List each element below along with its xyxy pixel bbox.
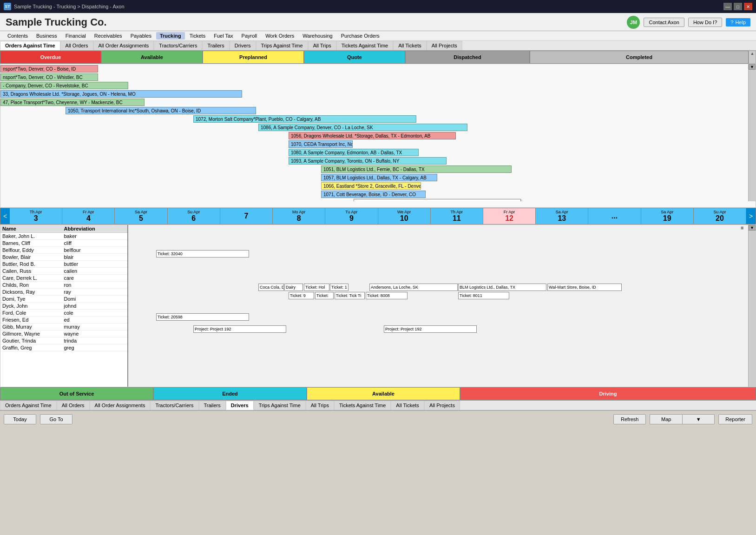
menu-financial[interactable]: Financial (62, 32, 90, 40)
ticket-bar-andersons[interactable]: Andersons, La Loche, SK (369, 284, 458, 291)
ticket-bar-1[interactable]: Ticket: 1 (330, 284, 348, 291)
go-to-button[interactable]: Go To (40, 414, 72, 424)
order-bar-4[interactable]: 33, Dragons Wholesale Ltd. *Storage, Jog… (0, 90, 242, 98)
bottom-tab-tractors-carriers[interactable]: Tractors/Carriers (150, 401, 198, 410)
bottom-tab-drivers[interactable]: Drivers (226, 401, 254, 410)
refresh-button[interactable]: Refresh (613, 414, 646, 424)
map-button[interactable]: Map (650, 414, 682, 424)
order-bar-2[interactable]: nsport*Two, Denver, CO - Whistler, BC (0, 73, 98, 81)
driver-row-gibb[interactable]: Gibb, Murraymurray (0, 324, 127, 330)
order-bar-12[interactable]: 1093, A Sample Company, Toronto, ON - Bu… (289, 157, 447, 165)
bottom-tab-all-orders[interactable]: All Orders (57, 401, 90, 410)
help-button[interactable]: ? Help (726, 18, 750, 26)
tab-tickets-against-time[interactable]: Tickets Against Time (336, 41, 393, 50)
tab-orders-against-time[interactable]: Orders Against Time (0, 41, 60, 50)
driver-row-care[interactable]: Care, Derrek L.care (0, 275, 127, 282)
scroll-down-button[interactable]: ▼ (749, 64, 756, 70)
order-bar-10[interactable]: 1070, CEDA Transport Inc, North, Boise, … (289, 140, 353, 148)
bottom-tab-all-projects[interactable]: All Projects (424, 401, 460, 410)
order-bar-5[interactable]: 47, Place Transport*Two, Cheyenne, WY - … (0, 99, 145, 106)
scroll-up-button[interactable]: ▲ (750, 51, 755, 56)
tab-trips-against-time[interactable]: Trips Against Time (256, 41, 308, 50)
driver-scroll-down[interactable]: ▼ (749, 225, 756, 231)
minimize-button[interactable]: — (723, 3, 732, 10)
driver-row-dyck[interactable]: Dyck, Johnjohnd (0, 303, 127, 310)
menu-business[interactable]: Business (33, 32, 61, 40)
order-bar-16[interactable]: 1071, Cott Beverage, Boise, ID - Denver,… (321, 191, 426, 198)
driver-row-ford[interactable]: Ford, Colecole (0, 310, 127, 317)
map-dropdown-button[interactable]: ▼ (682, 414, 715, 424)
timeline-prev-button[interactable]: < (0, 208, 10, 224)
ticket-bar-8011[interactable]: Ticket: 8011 (458, 292, 509, 299)
filter-icon[interactable]: ≡ (741, 225, 747, 231)
driver-row-baker[interactable]: Baker, John L.baker (0, 233, 127, 240)
ticket-bar-empty[interactable]: Ticket: (315, 292, 334, 299)
bottom-tab-all-tickets[interactable]: All Tickets (391, 401, 424, 410)
bottom-tab-trailers[interactable]: Trailers (199, 401, 226, 410)
menu-purchase-orders[interactable]: Purchase Orders (337, 32, 383, 40)
timeline-next-button[interactable]: > (746, 208, 756, 224)
bottom-tab-tickets-against-time[interactable]: Tickets Against Time (334, 401, 391, 410)
close-button[interactable]: ✕ (744, 3, 752, 10)
ticket-bar-walmart[interactable]: Wal-Mart Store, Boise, ID (547, 284, 622, 291)
ticket-bar-coca-cola[interactable]: Coca Cola, D (258, 284, 284, 291)
ticket-bar-9[interactable]: Ticket: 9 (289, 292, 314, 299)
bottom-tab-all-order-assignments[interactable]: All Order Assignments (90, 401, 151, 410)
order-bar-13[interactable]: 1051, BLM Logistics Ltd., Fernie, BC - D… (321, 165, 512, 173)
bottom-tab-orders-against-time[interactable]: Orders Against Time (0, 401, 57, 410)
menu-receivables[interactable]: Receivables (91, 32, 126, 40)
driver-row-belflour[interactable]: Belflour, Eddybelflour (0, 247, 127, 254)
tab-drivers[interactable]: Drivers (230, 41, 256, 50)
how-do-i-button[interactable]: How Do I? (688, 18, 722, 27)
order-bar-7[interactable]: 1072, Morton Salt Company*Plant, Pueblo,… (193, 115, 416, 123)
ticket-bar-project-192-2[interactable]: Project: Project 192 (384, 325, 477, 333)
bottom-tab-all-trips[interactable]: All Trips (306, 401, 334, 410)
driver-row-friesen[interactable]: Friesen, Eded (0, 317, 127, 324)
ticket-bar-project-192-1[interactable]: Project: Project 192 (193, 325, 286, 333)
order-bar-1[interactable]: nsport*Two, Denver, CO - Boise, ID (0, 65, 98, 73)
menu-work-orders[interactable]: Work Orders (262, 32, 298, 40)
today-button[interactable]: Today (4, 414, 36, 424)
menu-warehousing[interactable]: Warehousing (299, 32, 336, 40)
ticket-bar-hol[interactable]: Ticket: Hol (304, 284, 329, 291)
ticket-bar-32040[interactable]: Ticket: 32040 (156, 250, 249, 258)
ticket-bar-blm[interactable]: BLM Logistics Ltd., Dallas, TX (458, 284, 546, 291)
gantt-scrollbar[interactable]: ▼ (748, 64, 756, 201)
tab-all-trips[interactable]: All Trips (308, 41, 336, 50)
ticket-bar-dairy[interactable]: Dairy (284, 284, 303, 291)
ticket-bar-tick-ti[interactable]: Ticket: Tick Ti (335, 292, 365, 299)
ticket-bar-8008[interactable]: Ticket: 8008 (366, 292, 408, 299)
menu-trucking[interactable]: Trucking (156, 32, 185, 40)
driver-row-buttler[interactable]: Buttler, Rod B.buttler (0, 261, 127, 268)
bottom-tab-trips-against-time[interactable]: Trips Against Time (254, 401, 306, 410)
contact-axon-button[interactable]: Contact Axon (644, 18, 684, 27)
ticket-bar-20598[interactable]: Ticket: 20598 (156, 313, 249, 321)
order-bar-14[interactable]: 1057, BLM Logistics Ltd., Dallas, TX - C… (321, 174, 437, 181)
tab-tractors-carriers[interactable]: Tractors/Carriers (154, 41, 202, 50)
driver-row-domi[interactable]: Domi, TyeDomi (0, 296, 127, 303)
menu-contents[interactable]: Contents (4, 32, 32, 40)
menu-tickets[interactable]: Tickets (186, 32, 209, 40)
driver-row-barnes[interactable]: Barnes, Cliffcliff (0, 240, 127, 247)
driver-row-graffin[interactable]: Graffin, Greggreg (0, 344, 127, 351)
menu-fuel-tax[interactable]: Fuel Tax (210, 32, 237, 40)
driver-row-dicksons[interactable]: Dicksons, Rayray (0, 289, 127, 296)
order-bar-8[interactable]: 1086, A Sample Company, Denver, CO - La … (258, 124, 467, 131)
driver-row-gillmore[interactable]: Gillmore, Waynewayne (0, 330, 127, 337)
tab-all-projects[interactable]: All Projects (427, 41, 462, 50)
menu-payables[interactable]: Payables (127, 32, 155, 40)
maximize-button[interactable]: □ (734, 3, 742, 10)
tab-trailers[interactable]: Trailers (202, 41, 229, 50)
tab-all-tickets[interactable]: All Tickets (393, 41, 427, 50)
order-bar-6[interactable]: 1050, Transport International Inc*South,… (66, 107, 256, 114)
menu-payroll[interactable]: Payroll (238, 32, 261, 40)
driver-row-childs[interactable]: Childs, Ronron (0, 282, 127, 289)
driver-row-cailen[interactable]: Cailen, Russcailen (0, 268, 127, 275)
tab-all-orders[interactable]: All Orders (60, 41, 93, 50)
driver-row-goutier[interactable]: Goutier, Trindatrinda (0, 337, 127, 344)
driver-row-bowler[interactable]: Bowler, Blairblair (0, 254, 127, 261)
order-bar-11[interactable]: 1080, A Sample Company, Edmonton, AB - D… (289, 149, 419, 156)
driver-gantt-scrollbar[interactable]: ▼ (748, 225, 756, 387)
order-bar-9[interactable]: 1056, Dragons Wholesale Ltd. *Storage, D… (289, 132, 456, 139)
order-bar-3[interactable]: - Company, Denver, CO - Revelstoke, BC (0, 82, 128, 89)
